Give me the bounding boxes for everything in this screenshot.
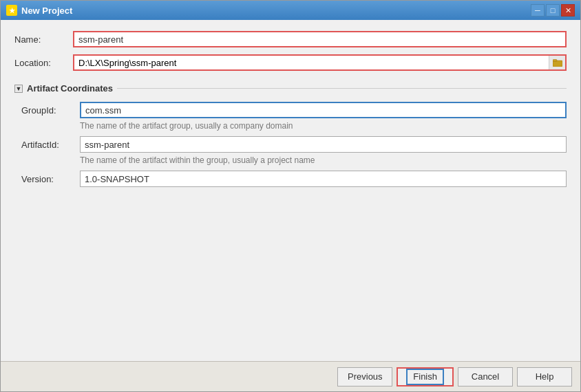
version-label: Version: — [21, 174, 80, 184]
artifactid-input[interactable] — [80, 136, 567, 153]
section-toggle-button[interactable]: ▼ — [14, 85, 23, 93]
location-row: Location: — [14, 54, 567, 71]
folder-browse-button[interactable] — [549, 56, 565, 69]
window-body: Name: Location: ▼ Artifact Coordinates — [1, 20, 580, 361]
minimize-button[interactable]: ─ — [531, 4, 545, 17]
section-title: Artifact Coordinates — [27, 83, 113, 94]
version-row: Version: — [21, 171, 567, 187]
artifact-section: GroupId: The name of the artifact group,… — [14, 102, 567, 190]
title-bar-controls: ─ □ ✕ — [531, 4, 575, 17]
groupid-hint: The name of the artifact group, usually … — [80, 121, 567, 131]
title-bar: ★ New Project ─ □ ✕ — [1, 1, 580, 20]
title-bar-left: ★ New Project — [6, 5, 72, 16]
location-input-wrap — [73, 54, 567, 71]
window-icon: ★ — [6, 5, 17, 16]
groupid-row: GroupId: — [21, 102, 567, 118]
finish-button[interactable]: Finish — [397, 367, 454, 386]
footer: Previous Finish Cancel Help — [1, 361, 580, 391]
artifactid-label: ArtifactId: — [21, 140, 80, 150]
section-divider — [117, 88, 567, 89]
toggle-icon: ▼ — [16, 85, 22, 92]
location-label: Location: — [14, 58, 73, 68]
close-button[interactable]: ✕ — [561, 4, 575, 17]
finish-label: Finish — [413, 371, 437, 382]
window-title: New Project — [21, 6, 72, 16]
name-input[interactable] — [73, 31, 567, 47]
location-input[interactable] — [74, 56, 549, 69]
name-row: Name: — [14, 31, 567, 47]
version-input[interactable] — [80, 171, 567, 187]
cancel-button[interactable]: Cancel — [458, 367, 513, 386]
help-button[interactable]: Help — [517, 367, 572, 386]
finish-inner: Finish — [406, 369, 444, 385]
previous-button[interactable]: Previous — [337, 367, 392, 386]
groupid-label: GroupId: — [21, 105, 80, 116]
new-project-window: ★ New Project ─ □ ✕ Name: Location: — [0, 0, 581, 392]
artifactid-row: ArtifactId: — [21, 136, 567, 153]
artifactid-hint: The name of the artifact within the grou… — [80, 155, 567, 165]
artifact-section-header: ▼ Artifact Coordinates — [14, 83, 567, 94]
name-label: Name: — [14, 34, 73, 45]
svg-rect-1 — [553, 60, 557, 62]
groupid-input[interactable] — [80, 102, 567, 118]
maximize-button[interactable]: □ — [546, 4, 560, 17]
